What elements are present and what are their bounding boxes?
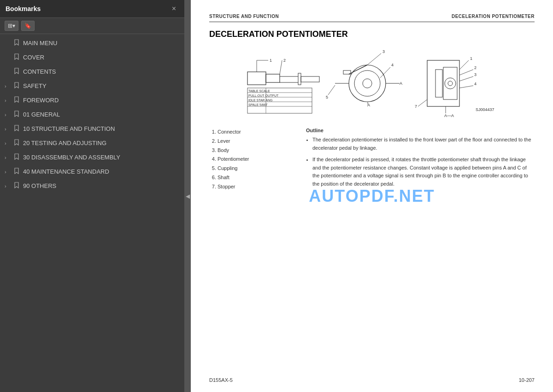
bookmark-label: CONTENTS [23, 68, 180, 75]
svg-text:5: 5 [326, 95, 328, 99]
outline-bullet: The deceleration potentiometer is instal… [312, 136, 535, 152]
expand-arrow-icon: › [5, 98, 11, 103]
sidebar-header: Bookmarks × [0, 0, 184, 18]
parts-list-item: Cuppling [218, 164, 292, 173]
expand-arrow-icon: › [5, 112, 11, 117]
collapse-handle[interactable]: ◀ [184, 0, 191, 392]
bookmark-item-40-maintenance[interactable]: ›40 MAINTENANCE STANDARD [0, 164, 184, 179]
bookmark-button[interactable]: 🔖 [21, 21, 35, 31]
page-footer: D155AX-5 10-207 [209, 377, 535, 383]
svg-line-34 [459, 70, 473, 75]
svg-text:A—A: A—A [444, 113, 454, 118]
parts-list-item: Potentiometer [218, 155, 292, 164]
svg-text:A: A [400, 81, 402, 86]
bookmark-icon [14, 153, 20, 161]
bookmark-item-90-others[interactable]: ›90 OTHERS [0, 179, 184, 193]
bookmark-label: 90 OTHERS [23, 182, 180, 189]
svg-text:2: 2 [283, 58, 286, 63]
expand-arrow-icon: › [5, 83, 11, 89]
outline-title: Outline [306, 128, 535, 133]
expand-arrow-icon: › [5, 183, 11, 189]
svg-text:1: 1 [470, 56, 472, 61]
bookmark-item-01-general[interactable]: ›01 GENERAL [0, 107, 184, 122]
bookmark-item-contents[interactable]: CONTENTS [0, 64, 184, 79]
bookmark-icon [14, 168, 20, 176]
page-title: DECELERATION POTENTIOMETER [209, 29, 535, 39]
svg-text:4: 4 [391, 63, 394, 67]
svg-rect-5 [301, 76, 319, 82]
bookmark-label: SAFETY [23, 82, 180, 89]
page-inner: STRUCTURE AND FUNCTION DECELERATION POTE… [191, 0, 553, 392]
svg-text:1: 1 [270, 58, 272, 63]
bookmark-icon [14, 182, 20, 190]
svg-line-36 [459, 76, 473, 81]
bookmark-label: 30 DISASSEMBLY AND ASSEMBLY [23, 154, 180, 161]
svg-rect-29 [443, 67, 457, 99]
bookmark-item-20-testing[interactable]: ›20 TESTING AND ADJUSTING [0, 136, 184, 150]
bookmark-icon [14, 53, 20, 61]
svg-line-23 [380, 67, 390, 78]
svg-text:7: 7 [415, 104, 417, 109]
technical-diagram: 1 2 A A [209, 47, 535, 120]
parts-list-item: Body [218, 146, 292, 155]
page-header-left: STRUCTURE AND FUNCTION [209, 14, 279, 19]
content-columns: ConnectorLeverBodyPotentiometerCupplingS… [209, 128, 535, 192]
bookmark-icon [14, 82, 20, 90]
svg-line-40 [418, 99, 427, 106]
svg-rect-28 [435, 70, 442, 97]
bookmark-label: MAIN MENU [23, 40, 180, 47]
svg-rect-0 [247, 72, 266, 85]
svg-point-12 [354, 70, 380, 96]
bookmark-item-cover[interactable]: COVER [0, 50, 184, 64]
svg-text:3: 3 [474, 72, 477, 77]
svg-rect-4 [298, 73, 301, 85]
bookmark-icon [14, 68, 20, 76]
svg-text:SJ004437: SJ004437 [476, 107, 494, 112]
bookmark-icon [14, 39, 20, 47]
svg-point-31 [448, 81, 453, 86]
svg-text:TABLE SCALE: TABLE SCALE [248, 89, 270, 93]
svg-line-16 [349, 65, 367, 74]
bookmark-list: MAIN MENUCOVERCONTENTS›SAFETY›FOREWORD›0… [0, 34, 184, 392]
outline-bullet: If the decelerator pedal is pressed, it … [312, 156, 535, 188]
outline-column: Outline The deceleration potentiometer i… [306, 128, 535, 192]
bookmark-label: COVER [23, 54, 180, 61]
bookmark-item-foreword[interactable]: ›FOREWORD [0, 93, 184, 107]
svg-rect-1 [266, 74, 280, 82]
footer-left: D155AX-5 [209, 377, 233, 383]
expand-arrow-icon: › [5, 169, 11, 175]
outline-bullets: The deceleration potentiometer is instal… [306, 136, 535, 188]
svg-text:SPALE 5/86T: SPALE 5/86T [248, 103, 268, 106]
parts-list: ConnectorLeverBodyPotentiometerCupplingS… [209, 128, 292, 192]
bookmark-icon [14, 111, 20, 118]
bookmark-icon [14, 96, 20, 104]
bookmark-item-30-disassembly[interactable]: ›30 DISASSEMBLY AND ASSEMBLY [0, 150, 184, 164]
bookmark-icon [14, 139, 20, 147]
main-content: STRUCTURE AND FUNCTION DECELERATION POTE… [191, 0, 553, 392]
svg-point-13 [363, 79, 372, 88]
bookmark-item-10-structure[interactable]: ›10 STRUCTURE AND FUNCTION [0, 122, 184, 136]
svg-line-21 [367, 53, 381, 65]
bookmark-label: FOREWORD [23, 97, 180, 104]
bookmark-label: 10 STRUCTURE AND FUNCTION [23, 125, 180, 132]
svg-line-9 [280, 60, 282, 74]
svg-point-30 [445, 78, 456, 89]
svg-line-25 [328, 85, 335, 95]
bookmark-icon [14, 125, 20, 133]
page-viewer: STRUCTURE AND FUNCTION DECELERATION POTE… [191, 0, 553, 392]
expand-arrow-icon: › [5, 140, 11, 146]
page-header: STRUCTURE AND FUNCTION DECELERATION POTE… [209, 14, 535, 22]
bookmark-item-main-menu[interactable]: MAIN MENU [0, 36, 184, 50]
bookmark-item-safety[interactable]: ›SAFETY [0, 79, 184, 93]
diagram-area: 1 2 A A [209, 47, 535, 120]
layout-button[interactable]: ⊞▾ [5, 21, 18, 31]
expand-arrow-icon: › [5, 126, 11, 132]
parts-list-item: Shaft [218, 173, 292, 182]
svg-text:2: 2 [474, 65, 477, 70]
bookmark-label: 40 MAINTENANCE STANDARD [23, 168, 180, 175]
svg-line-32 [459, 60, 469, 70]
sidebar-close-button[interactable]: × [169, 4, 179, 14]
svg-text:3: 3 [382, 49, 385, 54]
sidebar-toolbar: ⊞▾ 🔖 [0, 18, 184, 34]
parts-list-item: Lever [218, 137, 292, 146]
